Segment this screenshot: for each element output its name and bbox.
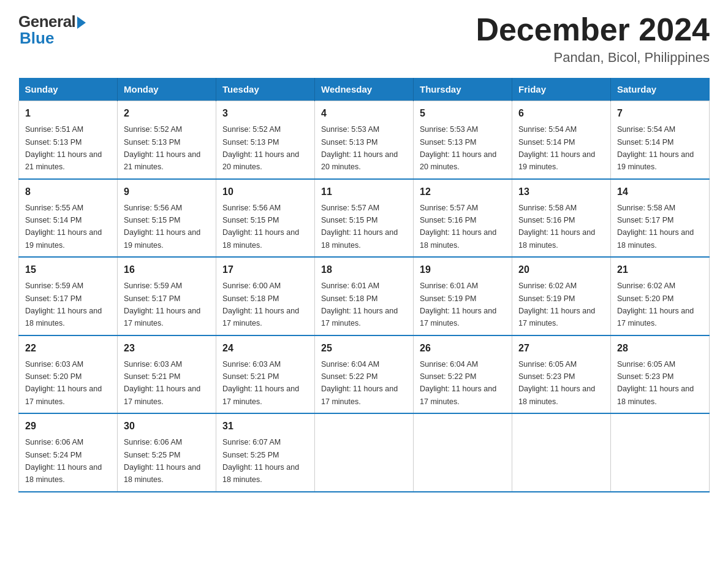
day-info: Sunrise: 6:00 AMSunset: 5:18 PMDaylight:… — [222, 282, 299, 327]
day-cell: 16 Sunrise: 5:59 AMSunset: 5:17 PMDaylig… — [118, 257, 216, 335]
day-number: 25 — [321, 341, 407, 356]
header-day-thursday: Thursday — [414, 78, 512, 101]
day-info: Sunrise: 5:51 AMSunset: 5:13 PMDaylight:… — [25, 125, 102, 171]
week-row-1: 1 Sunrise: 5:51 AMSunset: 5:13 PMDayligh… — [19, 101, 710, 179]
calendar-body: 1 Sunrise: 5:51 AMSunset: 5:13 PMDayligh… — [19, 101, 710, 492]
day-info: Sunrise: 6:03 AMSunset: 5:21 PMDaylight:… — [124, 360, 200, 406]
day-info: Sunrise: 5:54 AMSunset: 5:14 PMDaylight:… — [617, 125, 694, 171]
day-cell: 29 Sunrise: 6:06 AMSunset: 5:24 PMDaylig… — [19, 413, 118, 492]
day-cell: 19 Sunrise: 6:01 AMSunset: 5:19 PMDaylig… — [414, 257, 512, 335]
day-number: 6 — [518, 106, 604, 121]
day-cell — [315, 413, 414, 492]
day-cell: 15 Sunrise: 5:59 AMSunset: 5:17 PMDaylig… — [19, 257, 118, 335]
day-info: Sunrise: 5:56 AMSunset: 5:15 PMDaylight:… — [222, 204, 299, 250]
day-number: 22 — [25, 341, 111, 356]
header-day-wednesday: Wednesday — [315, 78, 414, 101]
day-cell: 28 Sunrise: 6:05 AMSunset: 5:23 PMDaylig… — [611, 335, 710, 414]
day-number: 26 — [420, 341, 506, 356]
header-day-tuesday: Tuesday — [216, 78, 315, 101]
day-info: Sunrise: 6:01 AMSunset: 5:19 PMDaylight:… — [420, 282, 496, 327]
day-cell: 10 Sunrise: 5:56 AMSunset: 5:15 PMDaylig… — [216, 179, 315, 258]
title-block: December 2024 Pandan, Bicol, Philippines — [476, 12, 710, 66]
day-number: 9 — [124, 185, 210, 199]
day-cell: 6 Sunrise: 5:54 AMSunset: 5:14 PMDayligh… — [512, 101, 611, 179]
header-day-friday: Friday — [512, 78, 611, 101]
day-number: 17 — [222, 262, 308, 277]
day-info: Sunrise: 6:03 AMSunset: 5:21 PMDaylight:… — [222, 360, 299, 406]
day-cell: 31 Sunrise: 6:07 AMSunset: 5:25 PMDaylig… — [216, 413, 315, 492]
day-number: 30 — [124, 419, 210, 434]
day-info: Sunrise: 5:57 AMSunset: 5:15 PMDaylight:… — [321, 204, 398, 250]
day-cell: 12 Sunrise: 5:57 AMSunset: 5:16 PMDaylig… — [414, 179, 512, 258]
day-cell: 13 Sunrise: 5:58 AMSunset: 5:16 PMDaylig… — [512, 179, 611, 258]
day-cell: 26 Sunrise: 6:04 AMSunset: 5:22 PMDaylig… — [414, 335, 512, 414]
day-cell: 1 Sunrise: 5:51 AMSunset: 5:13 PMDayligh… — [19, 101, 118, 179]
day-number: 15 — [25, 262, 111, 277]
day-cell: 11 Sunrise: 5:57 AMSunset: 5:15 PMDaylig… — [315, 179, 414, 258]
day-cell: 25 Sunrise: 6:04 AMSunset: 5:22 PMDaylig… — [315, 335, 414, 414]
week-row-2: 8 Sunrise: 5:55 AMSunset: 5:14 PMDayligh… — [19, 179, 710, 258]
day-cell — [611, 413, 710, 492]
day-info: Sunrise: 6:04 AMSunset: 5:22 PMDaylight:… — [420, 360, 496, 406]
page-subtitle: Pandan, Bicol, Philippines — [476, 50, 710, 66]
day-info: Sunrise: 6:06 AMSunset: 5:24 PMDaylight:… — [25, 438, 102, 484]
day-cell: 2 Sunrise: 5:52 AMSunset: 5:13 PMDayligh… — [118, 101, 216, 179]
day-info: Sunrise: 5:59 AMSunset: 5:17 PMDaylight:… — [124, 282, 200, 327]
day-number: 8 — [25, 185, 111, 199]
header-row: SundayMondayTuesdayWednesdayThursdayFrid… — [19, 78, 710, 101]
day-cell: 8 Sunrise: 5:55 AMSunset: 5:14 PMDayligh… — [19, 179, 118, 258]
day-cell — [512, 413, 611, 492]
day-cell: 20 Sunrise: 6:02 AMSunset: 5:19 PMDaylig… — [512, 257, 611, 335]
page-header: General Blue December 2024 Pandan, Bicol… — [18, 12, 710, 66]
day-cell: 4 Sunrise: 5:53 AMSunset: 5:13 PMDayligh… — [315, 101, 414, 179]
logo: General Blue — [18, 12, 86, 48]
day-number: 21 — [617, 262, 703, 277]
day-number: 16 — [124, 262, 210, 277]
day-number: 7 — [617, 106, 703, 121]
day-info: Sunrise: 5:57 AMSunset: 5:16 PMDaylight:… — [420, 204, 496, 250]
day-cell: 14 Sunrise: 5:58 AMSunset: 5:17 PMDaylig… — [611, 179, 710, 258]
day-number: 27 — [518, 341, 604, 356]
day-number: 3 — [222, 106, 308, 121]
day-info: Sunrise: 5:56 AMSunset: 5:15 PMDaylight:… — [124, 204, 200, 250]
day-cell: 5 Sunrise: 5:53 AMSunset: 5:13 PMDayligh… — [414, 101, 512, 179]
day-info: Sunrise: 5:52 AMSunset: 5:13 PMDaylight:… — [222, 125, 299, 171]
day-cell: 24 Sunrise: 6:03 AMSunset: 5:21 PMDaylig… — [216, 335, 315, 414]
day-info: Sunrise: 5:52 AMSunset: 5:13 PMDaylight:… — [124, 125, 200, 171]
day-number: 19 — [420, 262, 506, 277]
day-info: Sunrise: 5:53 AMSunset: 5:13 PMDaylight:… — [321, 125, 398, 171]
day-number: 28 — [617, 341, 703, 356]
week-row-4: 22 Sunrise: 6:03 AMSunset: 5:20 PMDaylig… — [19, 335, 710, 414]
week-row-5: 29 Sunrise: 6:06 AMSunset: 5:24 PMDaylig… — [19, 413, 710, 492]
day-cell: 21 Sunrise: 6:02 AMSunset: 5:20 PMDaylig… — [611, 257, 710, 335]
day-info: Sunrise: 5:59 AMSunset: 5:17 PMDaylight:… — [25, 282, 102, 327]
day-info: Sunrise: 6:05 AMSunset: 5:23 PMDaylight:… — [518, 360, 595, 406]
day-info: Sunrise: 5:58 AMSunset: 5:17 PMDaylight:… — [617, 204, 694, 250]
day-number: 23 — [124, 341, 210, 356]
day-cell: 9 Sunrise: 5:56 AMSunset: 5:15 PMDayligh… — [118, 179, 216, 258]
day-cell: 30 Sunrise: 6:06 AMSunset: 5:25 PMDaylig… — [118, 413, 216, 492]
day-cell: 7 Sunrise: 5:54 AMSunset: 5:14 PMDayligh… — [611, 101, 710, 179]
day-info: Sunrise: 6:04 AMSunset: 5:22 PMDaylight:… — [321, 360, 398, 406]
day-number: 31 — [222, 419, 308, 434]
calendar-table: SundayMondayTuesdayWednesdayThursdayFrid… — [18, 78, 710, 492]
day-info: Sunrise: 5:55 AMSunset: 5:14 PMDaylight:… — [25, 204, 102, 250]
day-number: 24 — [222, 341, 308, 356]
day-number: 12 — [420, 185, 506, 199]
day-cell — [414, 413, 512, 492]
day-number: 1 — [25, 106, 111, 121]
day-cell: 23 Sunrise: 6:03 AMSunset: 5:21 PMDaylig… — [118, 335, 216, 414]
day-info: Sunrise: 6:07 AMSunset: 5:25 PMDaylight:… — [222, 438, 299, 484]
day-number: 18 — [321, 262, 407, 277]
day-cell: 17 Sunrise: 6:00 AMSunset: 5:18 PMDaylig… — [216, 257, 315, 335]
day-cell: 3 Sunrise: 5:52 AMSunset: 5:13 PMDayligh… — [216, 101, 315, 179]
day-info: Sunrise: 6:06 AMSunset: 5:25 PMDaylight:… — [124, 438, 200, 484]
day-number: 5 — [420, 106, 506, 121]
day-number: 11 — [321, 185, 407, 199]
day-info: Sunrise: 6:03 AMSunset: 5:20 PMDaylight:… — [25, 360, 102, 406]
calendar-header: SundayMondayTuesdayWednesdayThursdayFrid… — [19, 78, 710, 101]
day-info: Sunrise: 5:58 AMSunset: 5:16 PMDaylight:… — [518, 204, 595, 250]
header-day-saturday: Saturday — [611, 78, 710, 101]
logo-blue-text: Blue — [18, 29, 54, 48]
day-number: 4 — [321, 106, 407, 121]
